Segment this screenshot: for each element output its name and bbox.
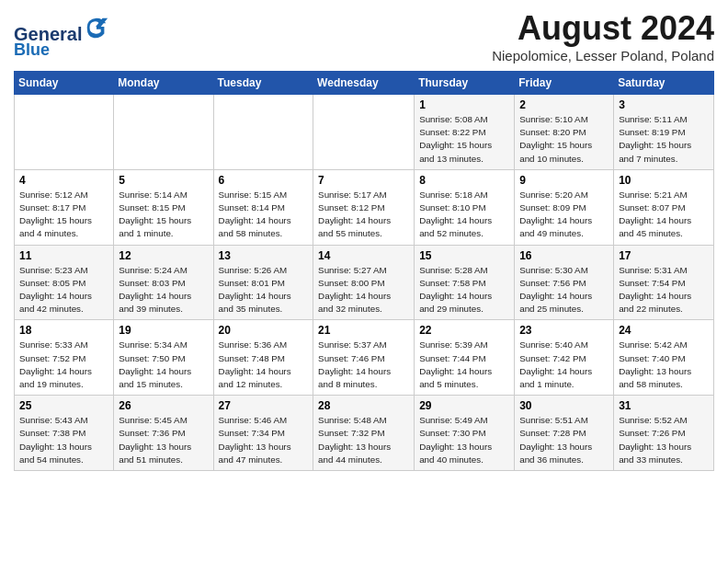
day-info: Sunrise: 5:28 AM Sunset: 7:58 PM Dayligh…	[419, 264, 509, 316]
day-info: Sunrise: 5:43 AM Sunset: 7:38 PM Dayligh…	[19, 414, 108, 466]
weekday-header: Monday	[114, 72, 213, 95]
calendar-cell: 28Sunrise: 5:48 AM Sunset: 7:32 PM Dayli…	[313, 396, 415, 471]
day-number: 3	[619, 98, 709, 111]
calendar-week-row: 25Sunrise: 5:43 AM Sunset: 7:38 PM Dayli…	[15, 396, 714, 471]
day-info: Sunrise: 5:40 AM Sunset: 7:42 PM Dayligh…	[519, 339, 609, 391]
day-info: Sunrise: 5:17 AM Sunset: 8:12 PM Dayligh…	[318, 189, 409, 241]
calendar-week-row: 11Sunrise: 5:23 AM Sunset: 8:05 PM Dayli…	[15, 245, 714, 320]
calendar-cell: 25Sunrise: 5:43 AM Sunset: 7:38 PM Dayli…	[15, 396, 114, 471]
calendar-cell: 10Sunrise: 5:21 AM Sunset: 8:07 PM Dayli…	[614, 169, 714, 245]
day-number: 20	[219, 324, 309, 337]
day-number: 1	[419, 98, 509, 111]
day-info: Sunrise: 5:10 AM Sunset: 8:20 PM Dayligh…	[519, 113, 609, 166]
day-number: 30	[519, 399, 609, 412]
day-number: 2	[519, 98, 609, 111]
day-info: Sunrise: 5:45 AM Sunset: 7:36 PM Dayligh…	[119, 414, 208, 466]
day-info: Sunrise: 5:42 AM Sunset: 7:40 PM Dayligh…	[619, 339, 709, 391]
day-info: Sunrise: 5:33 AM Sunset: 7:52 PM Dayligh…	[19, 339, 108, 391]
day-number: 13	[219, 249, 309, 262]
day-number: 17	[619, 249, 709, 262]
day-info: Sunrise: 5:20 AM Sunset: 8:09 PM Dayligh…	[519, 189, 609, 241]
day-number: 15	[419, 249, 509, 262]
calendar-week-row: 18Sunrise: 5:33 AM Sunset: 7:52 PM Dayli…	[15, 320, 714, 396]
day-info: Sunrise: 5:30 AM Sunset: 7:56 PM Dayligh…	[519, 264, 609, 316]
day-info: Sunrise: 5:49 AM Sunset: 7:30 PM Dayligh…	[419, 414, 509, 466]
calendar-cell: 4Sunrise: 5:12 AM Sunset: 8:17 PM Daylig…	[15, 169, 114, 245]
day-number: 22	[419, 324, 509, 337]
day-number: 5	[119, 174, 208, 187]
day-info: Sunrise: 5:24 AM Sunset: 8:03 PM Dayligh…	[119, 264, 208, 316]
weekday-header: Tuesday	[213, 72, 313, 95]
calendar-cell: 11Sunrise: 5:23 AM Sunset: 8:05 PM Dayli…	[15, 245, 114, 320]
day-number: 4	[19, 174, 108, 187]
calendar-cell: 30Sunrise: 5:51 AM Sunset: 7:28 PM Dayli…	[515, 396, 614, 471]
day-number: 14	[318, 249, 409, 262]
day-number: 10	[619, 174, 709, 187]
day-info: Sunrise: 5:48 AM Sunset: 7:32 PM Dayligh…	[318, 414, 409, 466]
calendar-cell: 15Sunrise: 5:28 AM Sunset: 7:58 PM Dayli…	[415, 245, 515, 320]
day-number: 8	[419, 174, 509, 187]
calendar-cell	[15, 95, 114, 170]
day-info: Sunrise: 5:36 AM Sunset: 7:48 PM Dayligh…	[219, 339, 309, 391]
calendar-table: SundayMondayTuesdayWednesdayThursdayFrid…	[14, 71, 714, 471]
calendar-title: August 2024	[492, 9, 714, 48]
weekday-header: Friday	[515, 72, 614, 95]
calendar-cell: 31Sunrise: 5:52 AM Sunset: 7:26 PM Dayli…	[614, 396, 714, 471]
calendar-cell: 20Sunrise: 5:36 AM Sunset: 7:48 PM Dayli…	[213, 320, 313, 396]
day-number: 6	[219, 174, 309, 187]
calendar-cell: 12Sunrise: 5:24 AM Sunset: 8:03 PM Dayli…	[114, 245, 213, 320]
calendar-cell: 23Sunrise: 5:40 AM Sunset: 7:42 PM Dayli…	[515, 320, 614, 396]
weekday-header: Thursday	[415, 72, 515, 95]
day-number: 26	[119, 399, 208, 412]
weekday-header: Saturday	[614, 72, 714, 95]
calendar-cell: 5Sunrise: 5:14 AM Sunset: 8:15 PM Daylig…	[114, 169, 213, 245]
day-info: Sunrise: 5:27 AM Sunset: 8:00 PM Dayligh…	[318, 264, 409, 316]
day-info: Sunrise: 5:46 AM Sunset: 7:34 PM Dayligh…	[219, 414, 309, 466]
calendar-cell: 16Sunrise: 5:30 AM Sunset: 7:56 PM Dayli…	[515, 245, 614, 320]
day-number: 27	[219, 399, 309, 412]
day-number: 23	[519, 324, 609, 337]
calendar-cell: 26Sunrise: 5:45 AM Sunset: 7:36 PM Dayli…	[114, 396, 213, 471]
day-info: Sunrise: 5:26 AM Sunset: 8:01 PM Dayligh…	[219, 264, 309, 316]
day-number: 18	[19, 324, 108, 337]
calendar-cell: 3Sunrise: 5:11 AM Sunset: 8:19 PM Daylig…	[614, 95, 714, 170]
day-number: 24	[619, 324, 709, 337]
day-number: 19	[119, 324, 208, 337]
day-info: Sunrise: 5:51 AM Sunset: 7:28 PM Dayligh…	[519, 414, 609, 466]
day-number: 21	[318, 324, 409, 337]
day-info: Sunrise: 5:31 AM Sunset: 7:54 PM Dayligh…	[619, 264, 709, 316]
calendar-cell: 19Sunrise: 5:34 AM Sunset: 7:50 PM Dayli…	[114, 320, 213, 396]
calendar-cell: 29Sunrise: 5:49 AM Sunset: 7:30 PM Dayli…	[415, 396, 515, 471]
calendar-cell: 14Sunrise: 5:27 AM Sunset: 8:00 PM Dayli…	[313, 245, 415, 320]
calendar-week-row: 4Sunrise: 5:12 AM Sunset: 8:17 PM Daylig…	[15, 169, 714, 245]
calendar-week-row: 1Sunrise: 5:08 AM Sunset: 8:22 PM Daylig…	[15, 95, 714, 170]
day-number: 25	[19, 399, 108, 412]
calendar-cell: 22Sunrise: 5:39 AM Sunset: 7:44 PM Dayli…	[415, 320, 515, 396]
weekday-header-row: SundayMondayTuesdayWednesdayThursdayFrid…	[15, 72, 714, 95]
day-info: Sunrise: 5:14 AM Sunset: 8:15 PM Dayligh…	[119, 189, 208, 241]
weekday-header: Wednesday	[313, 72, 415, 95]
title-block: August 2024 Niepolomice, Lesser Poland, …	[492, 9, 714, 63]
calendar-cell: 7Sunrise: 5:17 AM Sunset: 8:12 PM Daylig…	[313, 169, 415, 245]
calendar-cell: 1Sunrise: 5:08 AM Sunset: 8:22 PM Daylig…	[415, 95, 515, 170]
calendar-cell: 17Sunrise: 5:31 AM Sunset: 7:54 PM Dayli…	[614, 245, 714, 320]
page-header: General Blue August 2024 Niepolomice, Le…	[14, 9, 714, 63]
weekday-header: Sunday	[15, 72, 114, 95]
day-number: 7	[318, 174, 409, 187]
day-info: Sunrise: 5:11 AM Sunset: 8:19 PM Dayligh…	[619, 113, 709, 166]
calendar-cell: 21Sunrise: 5:37 AM Sunset: 7:46 PM Dayli…	[313, 320, 415, 396]
day-info: Sunrise: 5:37 AM Sunset: 7:46 PM Dayligh…	[318, 339, 409, 391]
calendar-cell: 9Sunrise: 5:20 AM Sunset: 8:09 PM Daylig…	[515, 169, 614, 245]
calendar-cell: 2Sunrise: 5:10 AM Sunset: 8:20 PM Daylig…	[515, 95, 614, 170]
calendar-cell: 18Sunrise: 5:33 AM Sunset: 7:52 PM Dayli…	[15, 320, 114, 396]
day-number: 28	[318, 399, 409, 412]
day-info: Sunrise: 5:15 AM Sunset: 8:14 PM Dayligh…	[219, 189, 309, 241]
day-number: 16	[519, 249, 609, 262]
calendar-cell	[313, 95, 415, 170]
day-info: Sunrise: 5:21 AM Sunset: 8:07 PM Dayligh…	[619, 189, 709, 241]
calendar-subtitle: Niepolomice, Lesser Poland, Poland	[492, 48, 714, 63]
day-info: Sunrise: 5:12 AM Sunset: 8:17 PM Dayligh…	[19, 189, 108, 241]
calendar-cell: 27Sunrise: 5:46 AM Sunset: 7:34 PM Dayli…	[213, 396, 313, 471]
day-info: Sunrise: 5:52 AM Sunset: 7:26 PM Dayligh…	[619, 414, 709, 466]
calendar-cell: 13Sunrise: 5:26 AM Sunset: 8:01 PM Dayli…	[213, 245, 313, 320]
